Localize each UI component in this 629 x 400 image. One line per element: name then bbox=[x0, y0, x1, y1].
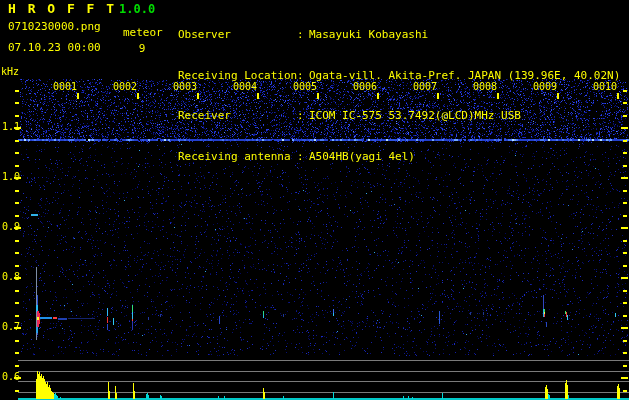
app-title: H R O F F T bbox=[8, 1, 116, 16]
meteor-count-value: 9 bbox=[133, 42, 151, 55]
station-info: Observer:Masayuki Kobayashi Receiving Lo… bbox=[178, 1, 620, 190]
output-filename: 0710230000.png bbox=[8, 20, 101, 33]
info-value: Masayuki Kobayashi bbox=[309, 28, 428, 41]
info-row-observer: Observer:Masayuki Kobayashi bbox=[178, 28, 620, 42]
time-tick-label: 0007 bbox=[412, 81, 437, 92]
info-label: Receiving antenna bbox=[178, 150, 297, 164]
info-label: Receiving Location bbox=[178, 69, 297, 83]
info-row-location: Receiving Location:Ogata-vill. Akita-Pre… bbox=[178, 69, 620, 83]
freq-tick-label: 1.0 bbox=[2, 171, 22, 182]
meteor-counter-label: meteor bbox=[123, 26, 163, 39]
info-separator: : bbox=[297, 109, 309, 123]
time-tick-label: 0010 bbox=[592, 81, 617, 92]
info-separator: : bbox=[297, 28, 309, 42]
time-tick-label: 0008 bbox=[472, 81, 497, 92]
freq-tick-label: 0.6 bbox=[2, 371, 22, 382]
info-label: Observer bbox=[178, 28, 297, 42]
time-tick-label: 0003 bbox=[172, 81, 197, 92]
time-tick-label: 0004 bbox=[232, 81, 257, 92]
hrofft-window: H R O F F T 1.0.0 0710230000.png meteor … bbox=[0, 0, 629, 400]
info-row-receiver: Receiver:ICOM IC-575 53.7492(@LCD)MHz US… bbox=[178, 109, 620, 123]
app-version: 1.0.0 bbox=[119, 2, 155, 16]
freq-axis-unit: kHz bbox=[1, 66, 19, 77]
time-tick-label: 0006 bbox=[352, 81, 377, 92]
info-label: Receiver bbox=[178, 109, 297, 123]
frame-timestamp: 07.10.23 00:00 bbox=[8, 41, 101, 54]
time-tick-label: 0002 bbox=[112, 81, 137, 92]
info-value: A504HB(yagi 4el) bbox=[309, 150, 415, 163]
time-tick-label: 0009 bbox=[532, 81, 557, 92]
freq-tick-label: 1.1 bbox=[2, 121, 22, 132]
time-tick-label: 0001 bbox=[52, 81, 77, 92]
time-tick-label: 0005 bbox=[292, 81, 317, 92]
info-separator: : bbox=[297, 150, 309, 164]
freq-tick-label: 0.9 bbox=[2, 221, 22, 232]
info-value: ICOM IC-575 53.7492(@LCD)MHz USB bbox=[309, 109, 521, 122]
freq-tick-label: 0.7 bbox=[2, 321, 22, 332]
info-row-antenna: Receiving antenna:A504HB(yagi 4el) bbox=[178, 150, 620, 164]
freq-tick-label: 0.8 bbox=[2, 271, 22, 282]
info-value: Ogata-vill. Akita-Pref. JAPAN (139.96E, … bbox=[309, 69, 620, 82]
info-separator: : bbox=[297, 69, 309, 83]
